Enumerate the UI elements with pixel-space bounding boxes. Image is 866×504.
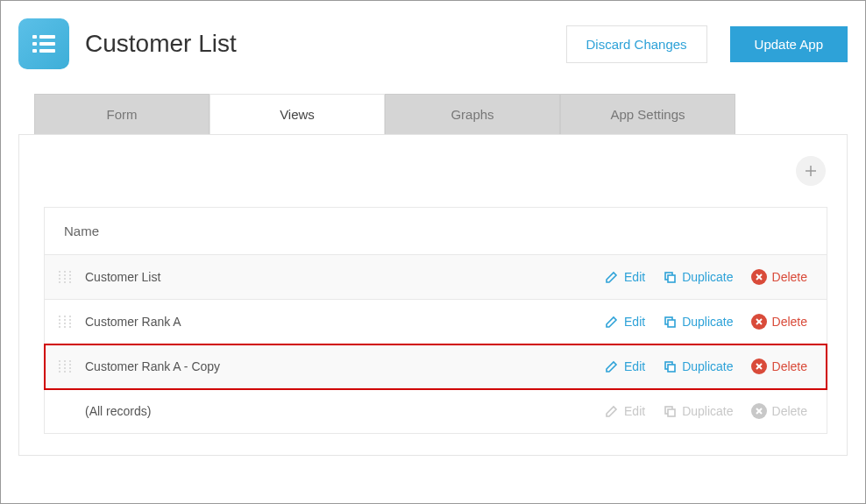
edit-button[interactable]: Edit bbox=[605, 270, 645, 284]
duplicate-icon bbox=[663, 270, 677, 284]
page-title: Customer List bbox=[85, 30, 550, 58]
discard-changes-button[interactable]: Discard Changes bbox=[566, 25, 707, 63]
duplicate-icon bbox=[663, 359, 677, 373]
duplicate-button[interactable]: Duplicate bbox=[663, 315, 733, 329]
svg-rect-4 bbox=[32, 49, 37, 53]
pencil-icon bbox=[605, 315, 619, 329]
svg-rect-13 bbox=[668, 320, 675, 327]
edit-label: Edit bbox=[624, 404, 645, 418]
edit-label: Edit bbox=[624, 315, 645, 329]
tab-graphs[interactable]: Graphs bbox=[385, 94, 560, 134]
view-name: Customer Rank A bbox=[80, 315, 605, 329]
tab-form[interactable]: Form bbox=[34, 94, 209, 134]
edit-button[interactable]: Edit bbox=[605, 359, 645, 373]
delete-button[interactable]: Delete bbox=[751, 358, 807, 374]
tab-app-settings[interactable]: App Settings bbox=[560, 94, 735, 134]
delete-button[interactable]: Delete bbox=[751, 314, 807, 330]
drag-handle-icon[interactable] bbox=[55, 360, 75, 373]
duplicate-icon bbox=[663, 315, 677, 329]
duplicate-button: Duplicate bbox=[663, 404, 733, 418]
table-row: Customer ListEditDuplicateDelete bbox=[45, 255, 827, 300]
column-header-name: Name bbox=[45, 208, 827, 255]
duplicate-label: Duplicate bbox=[682, 315, 733, 329]
drag-handle-icon[interactable] bbox=[55, 316, 75, 328]
app-icon bbox=[18, 18, 69, 69]
close-circle-icon bbox=[751, 358, 767, 374]
pencil-icon bbox=[605, 404, 619, 418]
duplicate-button[interactable]: Duplicate bbox=[663, 359, 733, 373]
tab-views[interactable]: Views bbox=[209, 94, 385, 134]
table-row: Customer Rank A - CopyEditDuplicateDelet… bbox=[45, 344, 827, 389]
delete-button: Delete bbox=[751, 403, 807, 419]
table-row: Customer Rank AEditDuplicateDelete bbox=[45, 300, 827, 344]
view-name: (All records) bbox=[80, 404, 605, 418]
drag-handle-icon[interactable] bbox=[55, 271, 75, 283]
add-view-button[interactable] bbox=[796, 156, 826, 186]
view-name: Customer List bbox=[80, 270, 605, 284]
edit-label: Edit bbox=[624, 359, 645, 373]
duplicate-button[interactable]: Duplicate bbox=[663, 270, 733, 284]
edit-label: Edit bbox=[624, 270, 645, 284]
pencil-icon bbox=[605, 359, 619, 373]
update-app-button[interactable]: Update App bbox=[730, 26, 848, 62]
edit-button[interactable]: Edit bbox=[605, 315, 645, 329]
duplicate-label: Duplicate bbox=[682, 404, 733, 418]
svg-rect-17 bbox=[668, 365, 675, 372]
svg-rect-1 bbox=[39, 35, 55, 39]
pencil-icon bbox=[605, 270, 619, 284]
delete-label: Delete bbox=[772, 404, 807, 418]
duplicate-icon bbox=[663, 404, 677, 418]
list-icon bbox=[29, 29, 59, 59]
delete-label: Delete bbox=[772, 359, 807, 373]
edit-button: Edit bbox=[605, 404, 645, 418]
delete-button[interactable]: Delete bbox=[751, 269, 807, 285]
delete-label: Delete bbox=[772, 270, 807, 284]
svg-rect-0 bbox=[32, 35, 37, 39]
svg-rect-9 bbox=[668, 275, 675, 282]
duplicate-label: Duplicate bbox=[682, 359, 733, 373]
plus-icon bbox=[804, 164, 818, 178]
svg-rect-3 bbox=[39, 42, 55, 46]
svg-rect-21 bbox=[668, 409, 675, 416]
close-circle-icon bbox=[751, 314, 767, 330]
svg-rect-5 bbox=[39, 49, 55, 53]
duplicate-label: Duplicate bbox=[682, 270, 733, 284]
table-row: (All records)EditDuplicateDelete bbox=[45, 389, 827, 433]
close-circle-icon bbox=[751, 403, 767, 419]
close-circle-icon bbox=[751, 269, 767, 285]
svg-rect-2 bbox=[32, 42, 37, 46]
view-name: Customer Rank A - Copy bbox=[80, 359, 605, 373]
delete-label: Delete bbox=[772, 315, 807, 329]
